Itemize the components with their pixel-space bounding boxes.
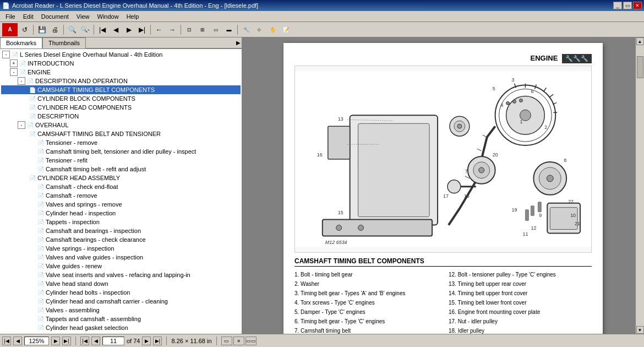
svg-point-46: [506, 101, 510, 105]
svg-point-33: [479, 167, 484, 173]
last-page-status[interactable]: ▶|: [153, 337, 162, 345]
legend-item: 6. Timing belt gear - Type 'C' engines: [294, 317, 438, 326]
hand-btn[interactable]: ✋: [266, 24, 279, 36]
tree-cam-endfloat[interactable]: 📄 Camshaft - check end-float: [1, 182, 241, 191]
main-content: Bookmarks Thumbnails ▶ - 📄 L Series Dies…: [0, 37, 644, 334]
thumbnails-tab[interactable]: Thumbnails: [42, 37, 86, 48]
fit-width-btn[interactable]: ⊡: [183, 24, 195, 36]
menu-view[interactable]: View: [73, 12, 93, 21]
tree-head-inspection[interactable]: 📄 Cylinder head - inspection: [1, 209, 241, 218]
tree-cam-bearings-inspect[interactable]: 📄 Camshaft and bearings - inspection: [1, 226, 241, 235]
facing-view-btn[interactable]: ▭▭: [245, 337, 256, 345]
menu-edit[interactable]: Edit: [20, 12, 37, 21]
tree-cam-belt-inspect[interactable]: 📄 Camshaft timing belt, tensioner and id…: [1, 147, 241, 156]
desc-op-expander[interactable]: -: [18, 77, 25, 85]
panel-collapse-btn[interactable]: ▶: [236, 40, 241, 46]
scroll-up-btn[interactable]: ▲: [636, 37, 644, 45]
bookmark-icon25: 📄: [37, 262, 45, 270]
intro-expander[interactable]: +: [10, 59, 18, 67]
tree-head-gasket[interactable]: 📄 Cylinder head gasket selection: [1, 323, 241, 332]
tree-valve-guides-inspect[interactable]: 📄 Valves and valve guides - inspection: [1, 253, 241, 262]
next-page-btn[interactable]: ▶: [123, 24, 135, 36]
tree-engine[interactable]: - 📄 ENGINE: [1, 68, 241, 77]
tree-valve-seat[interactable]: 📄 Valve seat inserts and valves - refaci…: [1, 270, 241, 279]
zoom-out-btn[interactable]: 🔍-: [79, 24, 91, 36]
tree-camshaft-belt[interactable]: 📄 CAMSHAFT TIMING BELT COMPONENTS: [1, 85, 241, 94]
tree-description[interactable]: 📄 DESCRIPTION: [1, 112, 241, 121]
engine-expander[interactable]: -: [10, 68, 18, 76]
tree-head-bolts[interactable]: 📄 Cylinder head bolts - inspection: [1, 288, 241, 297]
single-page-btn[interactable]: ▭: [210, 24, 222, 36]
tree-desc-op[interactable]: - 📄 DESCRIPTION AND OPERATION: [1, 77, 241, 85]
scroll-down-btn[interactable]: ▼: [636, 326, 644, 334]
tools-btn[interactable]: 🔧: [240, 24, 252, 36]
root-expander[interactable]: -: [2, 51, 10, 58]
first-page-status[interactable]: |◀: [80, 337, 89, 345]
menu-file[interactable]: File: [2, 12, 19, 21]
tree-root[interactable]: - 📄 L Series Diesel Engine Overhaul Manu…: [1, 50, 241, 59]
search-btn[interactable]: 🔍: [66, 24, 78, 36]
save-btn[interactable]: 💾: [36, 24, 48, 36]
diagram-svg: 3 1 2: [295, 71, 591, 247]
tree-cyl-head-asm[interactable]: 📄 CYLINDER HEAD ASSEMBLY: [1, 174, 241, 182]
next-page-status[interactable]: ▶: [142, 337, 151, 345]
tree-cylinder-block[interactable]: 📄 CYLINDER BLOCK COMPONENTS: [1, 94, 241, 103]
last-page-btn[interactable]: ▶|: [136, 24, 148, 36]
tree-valve-springs-inspect[interactable]: 📄 Valve springs - inspection: [1, 244, 241, 253]
close-button[interactable]: ✕: [633, 2, 642, 9]
forward-btn[interactable]: →: [166, 24, 178, 36]
page-number-input[interactable]: [102, 337, 124, 345]
tree-tensioner-remove[interactable]: 📄 Tensioner - remove: [1, 138, 241, 147]
menu-help[interactable]: Help: [123, 12, 143, 21]
cam-belt-inspect-label: Camshaft timing belt, tensioner and idle…: [46, 148, 196, 155]
cam-bearings-clearance-label: Camshaft bearings - check clearance: [46, 236, 146, 243]
continuous-btn[interactable]: ▬: [223, 24, 235, 36]
status-prev-btn[interactable]: ◀: [13, 337, 22, 345]
tree-cylinder-head[interactable]: 📄 CYLINDER HEAD COMPONENTS: [1, 103, 241, 112]
prev-page-btn[interactable]: ◀: [110, 24, 122, 36]
tree-valves-springs-remove[interactable]: 📄 Valves and springs - remove: [1, 200, 241, 209]
refresh-btn[interactable]: ↺: [19, 24, 31, 36]
tree-cam-remove[interactable]: 📄 Camshaft - remove: [1, 191, 241, 200]
prev-page-status[interactable]: ◀: [91, 337, 100, 345]
minimize-button[interactable]: _: [613, 2, 622, 9]
sep5: [181, 25, 181, 35]
tree-head-clean[interactable]: 📄 Cylinder head and camshaft carrier - c…: [1, 297, 241, 306]
legend-item: 17. Nut - idler pulley: [449, 317, 592, 326]
svg-point-47: [513, 100, 516, 103]
status-next-btn[interactable]: ▶: [51, 337, 60, 345]
bookmark-icon3: 📄: [19, 68, 26, 76]
annotation-btn[interactable]: 📝: [280, 24, 292, 36]
tree-head-refit[interactable]: 📄 Cylinder head - refit: [1, 332, 241, 334]
restore-button[interactable]: ▭: [623, 2, 632, 9]
tree-overhaul[interactable]: - 📄 OVERHAUL: [1, 121, 241, 129]
tree-valve-head-stand[interactable]: 📄 Valve head stand down: [1, 279, 241, 288]
menu-document[interactable]: Document: [38, 12, 72, 21]
status-first-btn[interactable]: |◀: [2, 337, 11, 345]
page-input[interactable]: [24, 337, 49, 345]
right-scrollbar[interactable]: ▲ ▼: [635, 37, 644, 334]
bookmarks-tab[interactable]: Bookmarks: [0, 37, 42, 48]
first-page-btn[interactable]: |◀: [96, 24, 108, 36]
select-btn[interactable]: ⊹: [253, 24, 265, 36]
legend-left: 1. Bolt - timing belt gear2. Washer3. Ti…: [294, 270, 438, 334]
menu-window[interactable]: Window: [94, 12, 122, 21]
tree-valve-guides-renew[interactable]: 📄 Valve guides - renew: [1, 262, 241, 270]
tree-tensioner-refit[interactable]: 📄 Tensioner - refit: [1, 156, 241, 165]
tree-cam-refit[interactable]: 📄 Camshaft timing belt - refit and adjus…: [1, 165, 241, 174]
print-btn[interactable]: 🖨: [49, 24, 61, 36]
tree-valves-assembling[interactable]: 📄 Valves - assembling: [1, 306, 241, 315]
status-last-btn[interactable]: ▶|: [62, 337, 71, 345]
tree-introduction[interactable]: + 📄 INTRODUCTION: [1, 59, 241, 68]
tree-tappets-inspect[interactable]: 📄 Tappets - inspection: [1, 218, 241, 226]
tree-cam-bearings-clearance[interactable]: 📄 Camshaft bearings - check clearance: [1, 235, 241, 244]
tree-tappets-assembling[interactable]: 📄 Tappets and camshaft - assembling: [1, 315, 241, 323]
title-bar-controls[interactable]: _ ▭ ✕: [613, 2, 642, 9]
scroll-thumb[interactable]: [637, 56, 643, 78]
tree-cam-tensioner[interactable]: 📄 CAMSHAFT TIMING BELT AND TENSIONER: [1, 129, 241, 138]
continuous-view-btn[interactable]: ≡: [233, 337, 244, 345]
fit-page-btn[interactable]: ⊞: [197, 24, 209, 36]
single-view-btn[interactable]: ▭: [221, 337, 232, 345]
overhaul-expander[interactable]: -: [18, 121, 25, 129]
back-btn[interactable]: ←: [153, 24, 165, 36]
